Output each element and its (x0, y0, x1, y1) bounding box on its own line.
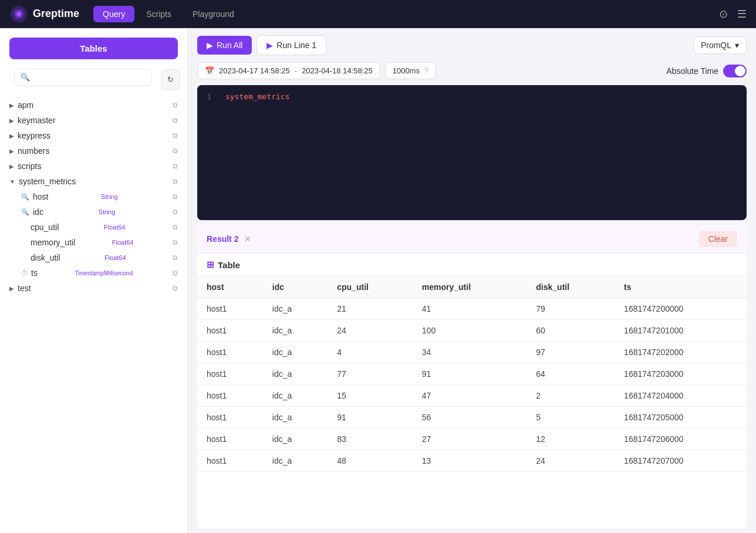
table-cell: 5 (526, 407, 615, 429)
editor-content[interactable]: system_metrics (218, 85, 747, 220)
table-cell: 47 (413, 385, 526, 407)
result-close-button[interactable]: ✕ (244, 234, 251, 244)
nav-tab-playground[interactable]: Playground (183, 6, 244, 22)
expand-icon: ▶ (9, 117, 14, 124)
result-tab-label: Result 2 (207, 234, 238, 244)
clear-button[interactable]: Clear (699, 231, 737, 247)
table-row: host1idc_a4813241681747207000 (197, 450, 747, 472)
copy-icon[interactable]: ⧉ (173, 254, 178, 262)
tree-item-numbers[interactable]: ▶ numbers ⧉ (0, 143, 187, 158)
absolute-time-label: Absolute Time (666, 66, 718, 76)
table-cell: 24 (526, 450, 615, 472)
tree-item-label: host (33, 192, 48, 201)
table-cell: 100 (413, 320, 526, 342)
tree-item-scripts[interactable]: ▶ scripts ⧉ (0, 158, 187, 174)
type-badge: String (99, 208, 116, 215)
menu-icon-btn[interactable]: ☰ (737, 8, 747, 21)
copy-icon[interactable]: ⧉ (173, 269, 178, 277)
tables-button[interactable]: Tables (9, 38, 178, 59)
table-body: host1idc_a2141791681747200000host1idc_a2… (197, 298, 747, 472)
type-badge: Float64 (104, 254, 126, 261)
step-input[interactable]: 1000ms ? (385, 62, 436, 79)
main-layout: Tables 🔍 ↻ ▶ apm ⧉ ▶ keymaster ⧉ ▶ (0, 28, 756, 533)
tree-item-host[interactable]: 🔍 host String ⧉ (0, 189, 187, 204)
tree-item-label: memory_util (31, 238, 75, 247)
run-all-button[interactable]: ▶ Run All (197, 36, 252, 55)
copy-icon[interactable]: ⧉ (173, 193, 178, 201)
table-cell: host1 (197, 429, 263, 450)
table-section-label: ⊞ Table (197, 254, 747, 276)
type-badge: TimestampMillisecond (75, 270, 133, 276)
copy-icon[interactable]: ⧉ (173, 208, 178, 216)
nav-tab-query[interactable]: Query (93, 6, 134, 22)
tree-item-label: scripts (18, 161, 41, 171)
table-cell: 64 (526, 363, 615, 385)
table-cell: idc_a (263, 320, 328, 342)
content-area: ▶ Run All ▶ Run Line 1 PromQL ▾ 📅 2023-0… (188, 28, 756, 533)
table-cell: 1681747204000 (615, 385, 747, 407)
expand-icon: ▶ (9, 133, 14, 139)
run-line-button[interactable]: ▶ Run Line 1 (256, 35, 326, 55)
absolute-time-toggle: Absolute Time (666, 65, 747, 77)
results-table: host idc cpu_util memory_util disk_util … (197, 276, 747, 472)
tree-item-cpu-util[interactable]: cpu_util Float64 ⧉ (0, 220, 187, 235)
tree-item-memory-util[interactable]: memory_util Float64 ⧉ (0, 235, 187, 250)
calendar-icon: 📅 (205, 66, 214, 75)
svg-point-2 (16, 12, 21, 16)
refresh-button[interactable]: ↻ (161, 69, 180, 90)
table-row: host1idc_a7791641681747203000 (197, 363, 747, 385)
copy-icon[interactable]: ⧉ (173, 177, 178, 185)
run-all-icon: ▶ (207, 41, 213, 50)
time-bar: 📅 2023-04-17 14:58:25 - 2023-04-18 14:58… (188, 62, 756, 85)
tree-item-apm[interactable]: ▶ apm ⧉ (0, 97, 187, 113)
table-row: host1idc_a154721681747204000 (197, 385, 747, 407)
search-input[interactable] (33, 73, 145, 82)
copy-icon[interactable]: ⧉ (173, 162, 178, 170)
tree-item-keymaster[interactable]: ▶ keymaster ⧉ (0, 113, 187, 128)
promql-selector[interactable]: PromQL ▾ (693, 36, 747, 54)
expand-icon: ▶ (9, 102, 14, 109)
col-idc: idc (263, 276, 328, 298)
tree-item-keypress[interactable]: ▶ keypress ⧉ (0, 128, 187, 143)
chevron-down-icon: ▾ (735, 41, 739, 50)
expand-icon: ▼ (9, 178, 15, 185)
settings-icon-btn[interactable]: ⊙ (719, 8, 728, 21)
run-line-icon: ▶ (266, 41, 273, 50)
copy-icon[interactable]: ⧉ (173, 223, 178, 231)
copy-icon[interactable]: ⧉ (173, 147, 178, 155)
absolute-time-switch[interactable] (723, 65, 747, 77)
tree-item-label: cpu_util (31, 222, 59, 232)
column-search-icon: 🔍 (21, 208, 29, 216)
line-numbers: 1 (197, 85, 218, 220)
time-range-picker[interactable]: 📅 2023-04-17 14:58:25 - 2023-04-18 14:58… (197, 62, 380, 79)
copy-icon[interactable]: ⧉ (173, 131, 178, 140)
start-time: 2023-04-17 14:58:25 (219, 66, 290, 75)
help-icon[interactable]: ? (424, 66, 428, 75)
tree-item-disk-util[interactable]: disk_util Float64 ⧉ (0, 250, 187, 265)
copy-icon[interactable]: ⧉ (173, 284, 178, 292)
table-cell: 97 (526, 342, 615, 363)
tree-item-test[interactable]: ▶ test ⧉ (0, 281, 187, 296)
table-cell: idc_a (263, 342, 328, 363)
nav-tab-scripts[interactable]: Scripts (137, 6, 181, 22)
copy-icon[interactable]: ⧉ (173, 116, 178, 124)
expand-icon: ▶ (9, 285, 14, 292)
results-header: Result 2 ✕ Clear (197, 225, 747, 254)
copy-icon[interactable]: ⧉ (173, 101, 178, 109)
table-cell: 1681747206000 (615, 429, 747, 450)
col-cpu-util: cpu_util (328, 276, 413, 298)
tree-item-idc[interactable]: 🔍 idc String ⧉ (0, 204, 187, 220)
table-row: host1idc_a2141791681747200000 (197, 298, 747, 320)
logo-icon (9, 5, 28, 23)
copy-icon[interactable]: ⧉ (173, 238, 178, 247)
tree-item-label: idc (33, 207, 43, 217)
tree-item-ts[interactable]: ⏱ ts TimestampMillisecond ⧉ (0, 265, 187, 281)
table-cell: idc_a (263, 298, 328, 320)
table-cell: 91 (328, 407, 413, 429)
tree-item-label: ts (31, 268, 38, 278)
query-toolbar: ▶ Run All ▶ Run Line 1 PromQL ▾ (188, 28, 756, 62)
tree-item-system-metrics[interactable]: ▼ system_metrics ⧉ (0, 174, 187, 189)
tree-item-label: keymaster (18, 116, 56, 125)
table-cell: 56 (413, 407, 526, 429)
column-search-icon: 🔍 (21, 193, 29, 201)
